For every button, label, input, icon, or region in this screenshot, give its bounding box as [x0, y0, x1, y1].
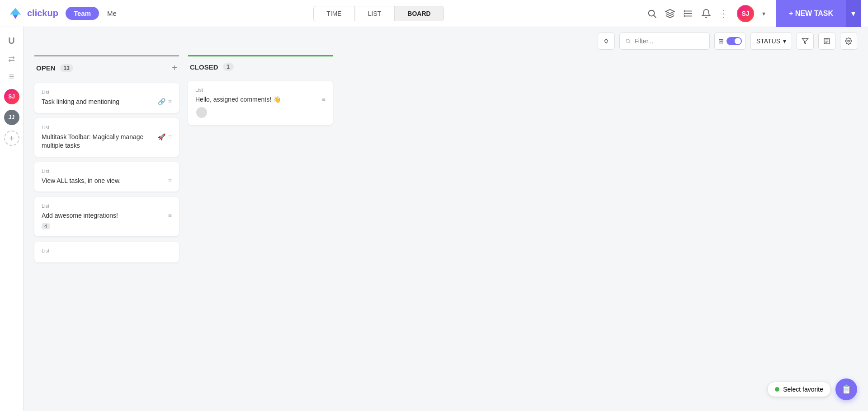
logo-text: clickup [27, 8, 58, 19]
svg-point-8 [626, 39, 629, 42]
card-list-label: List [42, 203, 172, 209]
sidebar-workspace-label: U [4, 33, 20, 49]
card-title-text: Add awesome integrations! [42, 211, 165, 220]
svg-line-1 [654, 15, 656, 18]
content-area: ⊞ STATUS ▾ [24, 27, 868, 411]
sort-icon [602, 37, 610, 45]
column-title-closed: CLOSED [190, 63, 218, 71]
card-list-label: List [42, 168, 172, 174]
tab-time[interactable]: TIME [313, 6, 354, 21]
task-card[interactable]: List Multitask Toolbar: Magically manage… [34, 118, 179, 157]
sidebar-nav-icon[interactable]: ≡ [7, 70, 16, 84]
sidebar-collapse-button[interactable]: ⇄ [8, 54, 15, 64]
column-header-closed: CLOSED 1 [188, 55, 333, 75]
rocket-icon: 🚀 [158, 133, 165, 142]
card-title: Multitask Toolbar: Magically manage mult… [42, 133, 172, 150]
select-favorite-button[interactable]: Select favorite [767, 382, 831, 397]
filter-input[interactable] [634, 37, 704, 45]
center-nav: TIME LIST BOARD [313, 6, 443, 21]
card-menu-icon[interactable]: ≡ [168, 133, 172, 142]
card-menu-icon[interactable]: ≡ [168, 98, 172, 107]
column-closed: CLOSED 1 List Hello, assigned comments! … [188, 55, 333, 125]
card-menu-icon[interactable]: ≡ [168, 177, 172, 186]
card-list-label: List [42, 125, 172, 130]
filter-input-wrap [619, 33, 710, 50]
team-button[interactable]: Team [66, 7, 99, 20]
card-title-text: Task linking and mentioning [42, 98, 155, 107]
sidebar-avatar-jj[interactable]: JJ [4, 110, 19, 125]
view-toggle-wrap: ⊞ [714, 33, 746, 50]
notification-button[interactable] [701, 9, 711, 19]
main-layout: U ⇄ ≡ SJ JJ + ⊞ [0, 27, 868, 411]
fab-button[interactable]: 📋 [835, 378, 857, 400]
clickup-logo-icon [7, 5, 24, 22]
task-card[interactable]: List Task linking and mentioning 🔗 ≡ [34, 83, 179, 113]
sidebar-add-button[interactable]: + [4, 131, 19, 146]
card-title: Add awesome integrations! ≡ [42, 211, 172, 220]
column-title-open: OPEN [36, 64, 56, 72]
card-list-label: List [195, 87, 326, 93]
card-title: View ALL tasks, in one view. ≡ [42, 177, 172, 186]
settings-icon [845, 37, 852, 45]
svg-marker-10 [802, 38, 808, 44]
description-button[interactable] [818, 33, 835, 50]
search-button[interactable] [647, 9, 657, 19]
right-nav: ⋮ SJ ▾ [647, 5, 765, 22]
task-card[interactable]: List Add awesome integrations! ≡ 4 [34, 197, 179, 236]
status-filter-button[interactable]: STATUS ▾ [750, 33, 792, 50]
favorite-dot [775, 387, 779, 392]
card-list-label: List [42, 248, 172, 253]
user-avatar[interactable]: SJ [737, 5, 754, 22]
column-header-open: OPEN 13 + [34, 55, 179, 78]
list-view-icon [683, 9, 693, 19]
task-card[interactable]: List [34, 242, 179, 262]
card-assignee-avatar [195, 106, 208, 119]
filter-search-icon [625, 38, 631, 44]
column-count-open: 13 [60, 64, 73, 72]
chevron-down-icon: ▾ [762, 10, 765, 17]
grid-view-icon: ⊞ [718, 37, 724, 45]
svg-point-0 [649, 10, 655, 16]
board-area: OPEN 13 + List Task linking and mentioni… [24, 55, 868, 411]
settings-button[interactable] [840, 33, 857, 50]
card-title: Task linking and mentioning 🔗 ≡ [42, 98, 172, 107]
avatar-dropdown-button[interactable]: ▾ [762, 10, 765, 17]
search-icon [647, 9, 657, 19]
cube-button[interactable] [665, 9, 675, 19]
sidebar-avatar-sj[interactable]: SJ [4, 89, 19, 104]
more-options-button[interactable]: ⋮ [719, 8, 729, 19]
me-button[interactable]: Me [103, 7, 121, 20]
task-card[interactable]: List Hello, assigned comments! 👋 ≡ [188, 81, 333, 125]
link-icon: 🔗 [158, 98, 165, 107]
card-menu-icon[interactable]: ≡ [322, 95, 326, 104]
toolbar: ⊞ STATUS ▾ [24, 27, 868, 55]
svg-point-15 [848, 40, 849, 42]
tab-list[interactable]: LIST [355, 6, 395, 21]
tab-board[interactable]: BOARD [394, 6, 443, 21]
column-add-task-button-open[interactable]: + [172, 63, 177, 73]
list-view-button[interactable] [683, 9, 693, 19]
svg-line-9 [629, 42, 630, 43]
sort-button[interactable] [598, 33, 615, 50]
card-menu-icon[interactable]: ≡ [168, 211, 172, 220]
chevron-down-icon: ▾ [783, 37, 786, 45]
task-card[interactable]: List View ALL tasks, in one view. ≡ [34, 162, 179, 192]
status-label: STATUS [756, 37, 780, 45]
bottom-right-area: Select favorite 📋 [767, 378, 857, 400]
card-title-text: Hello, assigned comments! 👋 [195, 95, 319, 104]
card-badge: 4 [42, 223, 50, 229]
card-list-label: List [42, 89, 172, 95]
cube-icon [665, 9, 675, 19]
column-count-closed: 1 [223, 63, 234, 71]
description-icon [823, 37, 830, 45]
new-task-button[interactable]: + NEW TASK [776, 0, 846, 27]
topnav: clickup Team Me TIME LIST BOARD [0, 0, 868, 27]
left-sidebar: U ⇄ ≡ SJ JJ + [0, 27, 24, 411]
select-favorite-label: Select favorite [783, 386, 823, 393]
logo-area: clickup [7, 5, 58, 22]
view-toggle-switch[interactable] [726, 37, 742, 45]
new-task-dropdown-button[interactable]: ▾ [846, 0, 861, 27]
filter-button[interactable] [797, 33, 814, 50]
column-open: OPEN 13 + List Task linking and mentioni… [34, 55, 179, 262]
filter-icon [802, 37, 809, 45]
